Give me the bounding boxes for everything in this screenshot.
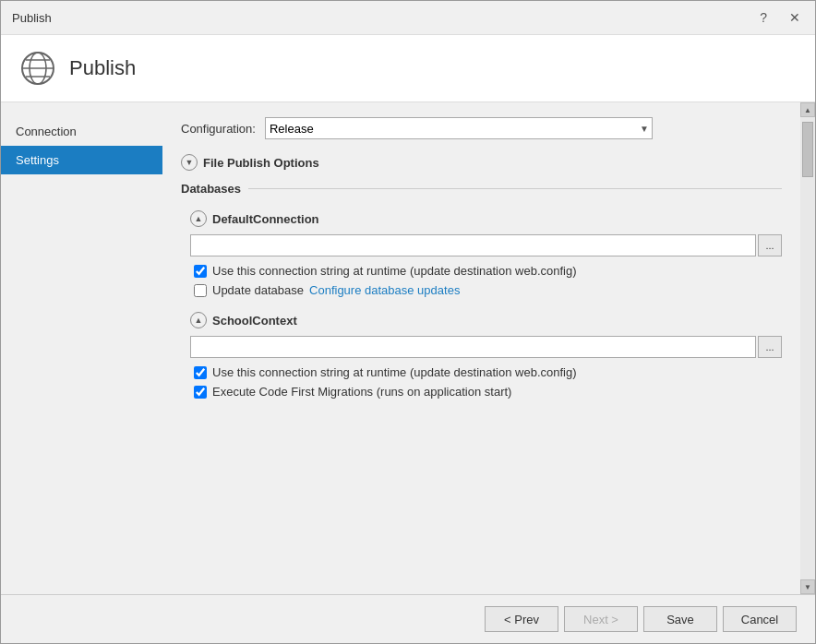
publish-dialog: Publish ? ✕ Publish Connection Settings — [0, 0, 816, 644]
default-connection-input-row: ... — [190, 234, 782, 256]
use-connection-label: Use this connection string at runtime (u… — [212, 264, 577, 278]
update-database-checkbox[interactable] — [194, 284, 207, 297]
collapse-icon: ▼ — [181, 154, 198, 171]
use-connection-row: Use this connection string at runtime (u… — [190, 264, 782, 278]
dialog-body: Connection Settings Configuration: Relea… — [1, 102, 815, 594]
close-button[interactable]: ✕ — [786, 8, 804, 27]
default-connection-title: DefaultConnection — [212, 212, 319, 226]
dialog-title: Publish — [12, 11, 52, 25]
config-select-wrapper: Release Debug ▼ — [265, 117, 653, 139]
expand-icon: ▲ — [190, 210, 207, 227]
title-bar-controls: ? ✕ — [756, 8, 804, 27]
expand-school-icon: ▲ — [190, 312, 207, 328]
default-connection-section: ▲ DefaultConnection ... Use this connect… — [181, 210, 782, 297]
header-section: Publish — [1, 35, 815, 102]
update-database-label: Update database — [212, 283, 304, 297]
school-context-section: ▲ SchoolContext ... Use this connection … — [181, 312, 782, 399]
save-button[interactable]: Save — [643, 606, 717, 632]
sidebar-item-settings[interactable]: Settings — [1, 146, 162, 174]
scroll-down-button[interactable]: ▼ — [800, 579, 815, 594]
configure-database-link[interactable]: Configure database updates — [309, 283, 460, 297]
file-publish-header[interactable]: ▼ File Publish Options — [181, 154, 782, 171]
default-connection-browse-button[interactable]: ... — [758, 234, 782, 256]
scroll-up-button[interactable]: ▲ — [800, 102, 815, 117]
title-bar-left: Publish — [12, 11, 52, 25]
cancel-button[interactable]: Cancel — [723, 606, 797, 632]
help-button[interactable]: ? — [756, 8, 771, 27]
code-first-checkbox[interactable] — [194, 386, 207, 399]
school-context-title: SchoolContext — [212, 314, 297, 328]
config-label: Configuration: — [181, 122, 256, 136]
scrollbar: ▲ ▼ — [800, 102, 815, 594]
update-database-row: Update database Configure database updat… — [190, 283, 782, 297]
scrollbar-track — [800, 117, 815, 579]
school-use-connection-label: Use this connection string at runtime (u… — [212, 365, 577, 379]
code-first-row: Execute Code First Migrations (runs on a… — [190, 385, 782, 399]
main-content: Configuration: Release Debug ▼ ▼ File Pu… — [162, 102, 815, 594]
default-connection-header[interactable]: ▲ DefaultConnection — [190, 210, 782, 227]
school-use-connection-row: Use this connection string at runtime (u… — [190, 365, 782, 379]
school-context-browse-button[interactable]: ... — [758, 336, 782, 358]
school-use-connection-checkbox[interactable] — [194, 366, 207, 379]
sidebar-item-connection[interactable]: Connection — [1, 117, 162, 146]
file-publish-label: File Publish Options — [203, 156, 319, 170]
sidebar: Connection Settings — [1, 102, 162, 594]
content-area: Configuration: Release Debug ▼ ▼ File Pu… — [162, 102, 800, 594]
use-connection-checkbox[interactable] — [194, 265, 207, 278]
config-select[interactable]: Release Debug — [265, 117, 653, 139]
footer: < Prev Next > Save Cancel — [1, 594, 815, 643]
globe-icon — [19, 50, 56, 87]
next-button[interactable]: Next > — [564, 606, 638, 632]
scrollbar-thumb[interactable] — [802, 122, 813, 177]
prev-button[interactable]: < Prev — [485, 606, 558, 632]
databases-title: Databases — [181, 182, 782, 196]
config-row: Configuration: Release Debug ▼ — [181, 117, 782, 139]
header-title: Publish — [69, 56, 136, 80]
title-bar: Publish ? ✕ — [1, 1, 815, 35]
school-context-input-row: ... — [190, 336, 782, 358]
databases-section: Databases ▲ DefaultConnection ... — [181, 182, 782, 399]
default-connection-input[interactable] — [190, 234, 756, 256]
school-context-input[interactable] — [190, 336, 756, 358]
school-context-header[interactable]: ▲ SchoolContext — [190, 312, 782, 328]
code-first-label: Execute Code First Migrations (runs on a… — [212, 385, 511, 399]
